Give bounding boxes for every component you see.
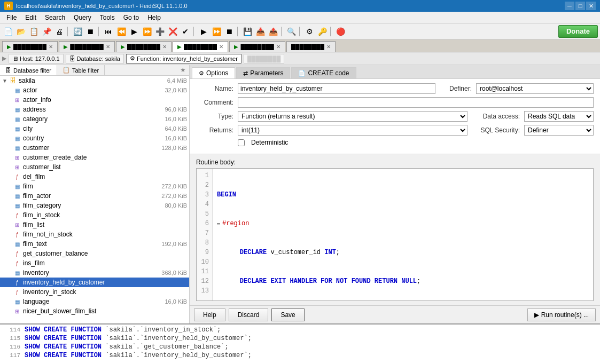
- open-button[interactable]: 📂: [15, 26, 27, 37]
- tree-root-sakila[interactable]: ▼ 🗄 sakila 6,4 MiB: [0, 76, 189, 85]
- tree-item-inventory[interactable]: ▦ inventory 368,0 KiB: [0, 268, 189, 278]
- deterministic-checkbox[interactable]: [238, 139, 245, 146]
- menu-search[interactable]: Search: [41, 13, 69, 22]
- tab-close-icon[interactable]: ✕: [49, 44, 53, 50]
- data-access-select[interactable]: Reads SQL data: [524, 111, 594, 122]
- menu-goto[interactable]: Go to: [119, 13, 143, 22]
- tab-parameters[interactable]: ⇄ Parameters: [236, 67, 290, 78]
- conn-tab-3[interactable]: ▶ ████████ ✕: [116, 41, 172, 52]
- run-routine-button[interactable]: ▶ Run routine(s) ...: [527, 308, 596, 321]
- returns-select[interactable]: int(11): [238, 125, 467, 136]
- menu-tools[interactable]: Tools: [96, 13, 119, 22]
- conn-tab-6[interactable]: ████████ ✕: [286, 41, 336, 52]
- next-button[interactable]: ▶: [128, 26, 140, 37]
- tree-item-ins-film[interactable]: ƒ ins_film: [0, 258, 189, 268]
- discard-button[interactable]: Discard: [229, 308, 269, 321]
- conn-tab-5[interactable]: ▶ ████████ ✕: [229, 41, 285, 52]
- menu-help[interactable]: Help: [143, 13, 165, 22]
- tree-item-film-text[interactable]: ▦ film_text 192,0 KiB: [0, 239, 189, 249]
- tab-close-icon[interactable]: ✕: [106, 44, 110, 50]
- tree-item-film-actor[interactable]: ▦ film_actor 272,0 KiB: [0, 191, 189, 201]
- export-button[interactable]: 📤: [267, 26, 279, 37]
- type-select[interactable]: Function (returns a result): [238, 111, 467, 122]
- print-button[interactable]: 🖨: [53, 26, 65, 37]
- addr-function[interactable]: ⚙ Function: inventory_held_by_customer: [126, 54, 241, 64]
- tree-item-film[interactable]: ▦ film 272,0 KiB: [0, 181, 189, 191]
- tree-item-film-category[interactable]: ▦ film_category 80,0 KiB: [0, 201, 189, 210]
- donate-button[interactable]: Donate: [558, 25, 598, 38]
- settings-button[interactable]: ⚙: [303, 26, 315, 37]
- tree-item-city[interactable]: ▦ city 64,0 KiB: [0, 124, 189, 133]
- addr-extra[interactable]: ████████: [244, 54, 284, 64]
- tree-item-film-not-in-stock[interactable]: ƒ film_not_in_stock: [0, 230, 189, 239]
- tree-item-film-in-stock[interactable]: ƒ film_in_stock: [0, 210, 189, 220]
- sql-security-select[interactable]: Definer: [524, 125, 594, 136]
- first-button[interactable]: ⏪: [115, 26, 127, 37]
- terminate-button[interactable]: 🔴: [334, 26, 346, 37]
- comment-input[interactable]: [238, 97, 594, 108]
- tab-close-icon[interactable]: ✕: [219, 44, 223, 50]
- tree-item-inventory-held-by-customer[interactable]: ƒ inventory_held_by_customer: [0, 278, 189, 287]
- run-button[interactable]: ▶: [198, 26, 209, 37]
- menu-query[interactable]: Query: [69, 13, 96, 22]
- tree-item-actor[interactable]: ▦ actor 32,0 KiB: [0, 85, 189, 95]
- addr-database[interactable]: 🗄 Database: sakila: [66, 54, 124, 64]
- addr-host[interactable]: 🖥 Host: 127.0.0.1: [9, 54, 64, 64]
- help-button[interactable]: Help: [194, 308, 225, 321]
- conn-tab-4[interactable]: ▶ ████████ ✕: [173, 41, 228, 52]
- close-button[interactable]: ✕: [586, 2, 596, 10]
- cancel-run-button[interactable]: ⏹: [223, 26, 235, 37]
- tree-item-actor-info[interactable]: ⊞ actor_info: [0, 95, 189, 105]
- maximize-button[interactable]: □: [575, 2, 585, 10]
- run-all-button[interactable]: ⏩: [211, 26, 222, 37]
- bookmark-button[interactable]: ★: [177, 65, 189, 75]
- tree-item-category[interactable]: ▦ category 16,0 KiB: [0, 114, 189, 124]
- search-tb-button[interactable]: 🔍: [285, 26, 297, 37]
- save-button[interactable]: Save: [271, 308, 304, 321]
- copy-button[interactable]: 📋: [28, 26, 40, 37]
- tree-item-inventory-in-stock[interactable]: ƒ inventory_in_stock: [0, 287, 189, 297]
- paste-button[interactable]: 📌: [41, 26, 52, 37]
- conn-tab-2[interactable]: ▶ ████████ ✕: [59, 41, 114, 52]
- fold-marker[interactable]: ▬: [217, 219, 220, 228]
- new-button[interactable]: 📄: [2, 26, 14, 37]
- log-line-117: 117 SHOW CREATE FUNCTION `sakila`.`inven…: [4, 351, 596, 360]
- tree-item-nicer-but-slower[interactable]: ⊞ nicer_but_slower_film_list: [0, 306, 189, 316]
- delete-button[interactable]: ❌: [167, 26, 178, 37]
- tree-item-country[interactable]: ▦ country 16,0 KiB: [0, 133, 189, 143]
- tree-item-get-customer-balance[interactable]: ƒ get_customer_balance: [0, 249, 189, 258]
- tree-item-language[interactable]: ▦ language 16,0 KiB: [0, 297, 189, 306]
- stop-button[interactable]: ⏹: [84, 26, 96, 37]
- tree-label: del_film: [23, 173, 185, 180]
- code-content[interactable]: BEGIN ▬#region DECLARE v_customer_id INT…: [213, 169, 593, 300]
- key-button[interactable]: 🔑: [316, 26, 328, 37]
- tab-close-icon[interactable]: ✕: [276, 44, 280, 50]
- conn-tab-1[interactable]: ▶ ████████ ✕: [2, 41, 58, 52]
- tree-item-customer-list[interactable]: ⊞ customer_list: [0, 162, 189, 172]
- name-input[interactable]: [238, 83, 435, 94]
- tab-options[interactable]: ⚙ Options: [192, 67, 235, 78]
- minimize-button[interactable]: ─: [565, 2, 574, 10]
- tree-item-del-film[interactable]: ƒ del_film: [0, 172, 189, 181]
- database-filter-tab[interactable]: 🗄 Database filter: [0, 65, 57, 75]
- refresh-button[interactable]: 🔄: [72, 26, 83, 37]
- prev-button[interactable]: ⏮: [103, 26, 114, 37]
- tab-close-icon[interactable]: ✕: [326, 44, 331, 50]
- check-button[interactable]: ✔: [180, 26, 191, 37]
- menu-edit[interactable]: Edit: [21, 13, 41, 22]
- import-button[interactable]: 📥: [254, 26, 266, 37]
- definer-select[interactable]: root@localhost: [476, 83, 594, 94]
- table-filter-tab[interactable]: 📋 Table filter: [57, 65, 105, 75]
- menu-file[interactable]: File: [2, 13, 21, 22]
- tree-item-film-list[interactable]: ⊞ film_list: [0, 220, 189, 230]
- tree-item-customer[interactable]: ▦ customer 128,0 KiB: [0, 143, 189, 153]
- tab-create-code[interactable]: 📄 CREATE code: [291, 67, 356, 78]
- tab-label: ████████: [70, 44, 103, 50]
- tab-close-icon[interactable]: ✕: [162, 44, 167, 50]
- save-tb-button[interactable]: 💾: [241, 26, 253, 37]
- tree-item-customer-create-date[interactable]: ⊞ customer_create_date: [0, 153, 189, 162]
- code-editor[interactable]: 1 2 3 4 5 6 7 8 9 10 11 12 13 BEGIN: [196, 168, 594, 301]
- tree-item-address[interactable]: ▦ address 96,0 KiB: [0, 105, 189, 114]
- add-button[interactable]: ➕: [154, 26, 166, 37]
- last-button[interactable]: ⏩: [141, 26, 153, 37]
